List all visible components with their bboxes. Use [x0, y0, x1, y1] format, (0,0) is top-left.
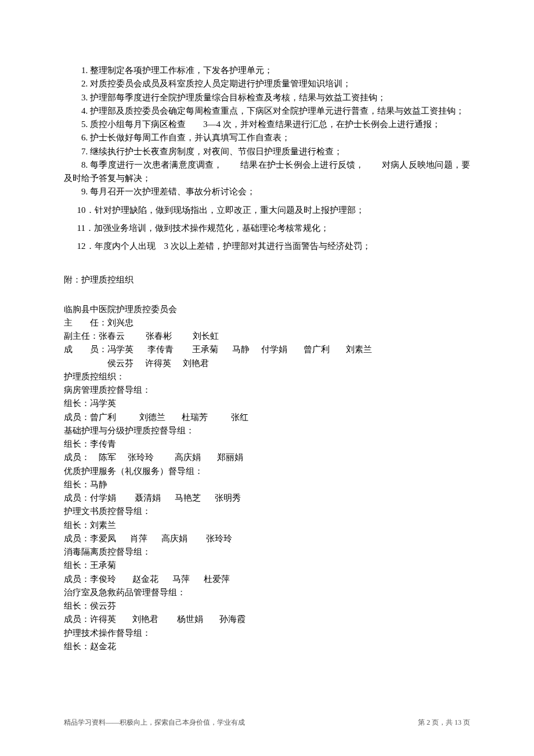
leader-name: 李传青	[90, 439, 116, 448]
leader-label: 组长：	[64, 560, 90, 570]
list-item: 12．年度内个人出现 3 次以上差错，护理部对其进行当面警告与经济处罚；	[64, 240, 470, 253]
members-label: 成员：	[64, 573, 90, 586]
person-name: 李传青	[147, 345, 174, 354]
person-name: 赵金花	[132, 573, 158, 586]
person-name: 张春云	[99, 331, 125, 341]
person-name: 曾广利	[304, 345, 330, 354]
group-leader-line: 组长：李传青	[64, 437, 470, 451]
footer-left: 精品学习资料——积极向上，探索自己本身价值，学业有成	[64, 717, 245, 728]
leader-label: 组长：	[64, 520, 90, 530]
group-title: 消毒隔离质控督导组：	[64, 545, 470, 559]
leader-name: 刘素兰	[90, 520, 116, 530]
person-name: 付学娟	[261, 345, 287, 354]
group-leader-line: 组长：王承菊	[64, 559, 470, 572]
person-name: 张红	[231, 411, 248, 424]
leader-label: 组长：	[64, 480, 90, 489]
person-name: 刘长虹	[193, 331, 219, 341]
members-label: 成员：	[64, 532, 90, 545]
person-name: 张春彬	[146, 331, 172, 341]
numbered-list: 1. 整理制定各项护理工作标准，下发各护理单元；2. 对质控委员会成员及科室质控…	[64, 64, 470, 258]
person-name: 李俊玲	[90, 573, 116, 586]
director-line: 主 任：刘兴忠	[64, 316, 470, 330]
list-item: 5. 质控小组每月下病区检查 3—4 次，并对检查结果进行汇总，在护士长例会上进…	[64, 118, 470, 131]
person-name: 杜爱萍	[204, 573, 230, 586]
person-name: 刘艳君	[132, 613, 158, 626]
person-name: 付学娟	[90, 491, 116, 505]
members-label: 成员：	[64, 613, 90, 626]
leader-name: 侯云芬	[90, 601, 116, 610]
person-name: 李爱凤	[90, 532, 116, 545]
person-name: 许得英	[145, 359, 171, 368]
member-names: 侯云芬许得英刘艳君	[107, 357, 209, 370]
person-name: 高庆娟	[175, 451, 201, 464]
attachment-label: 附：护理质控组织	[64, 273, 470, 287]
person-name: 王承菊	[192, 345, 218, 354]
list-item: 2. 对质控委员会成员及科室质控人员定期进行护理质量管理知识培训；	[64, 77, 470, 91]
person-name: 马艳芝	[175, 491, 201, 505]
members-label: 成 员：	[64, 343, 107, 356]
list-item: 3. 护理部每季度进行全院护理质量综合目标检查及考核，结果与效益工资挂钩；	[64, 91, 470, 104]
person-name: 刘艳君	[183, 359, 209, 368]
group-leader-line: 组长：赵金花	[64, 640, 470, 653]
leader-label: 组长：	[64, 642, 90, 651]
members-label: 成员：	[64, 411, 90, 424]
committee-title: 临朐县中医院护理质控委员会	[64, 303, 470, 316]
group-title: 基础护理与分级护理质控督导组：	[64, 424, 470, 437]
group-title: 治疗室及急救药品管理督导组：	[64, 586, 470, 599]
group-members-line: 成员：李俊玲赵金花马萍杜爱萍	[64, 573, 470, 586]
list-item: 4. 护理部及质控委员会确定每周检查重点，下病区对全院护理单元进行普查，结果与效…	[64, 104, 470, 118]
group-leader-line: 组长：侯云芬	[64, 599, 470, 613]
list-item: 9. 每月召开一次护理差错、事故分析讨论会；	[64, 185, 470, 198]
list-item: 7. 继续执行护士长夜查房制度，对夜间、节假日护理质量进行检查；	[64, 145, 470, 158]
group-title: 护理文书质控督导组：	[64, 505, 470, 518]
group-leader-line: 组长：刘素兰	[64, 519, 470, 532]
group-title: 优质护理服务（礼仪服务）督导组：	[64, 465, 470, 478]
deputy-label: 副主任：	[64, 330, 99, 343]
leader-name: 冯学英	[90, 399, 116, 408]
members-label: 成员：	[64, 451, 99, 464]
leader-name: 赵金花	[90, 642, 116, 651]
group-leader-line: 组长：冯学英	[64, 397, 470, 410]
person-name: 聂清娟	[135, 491, 161, 505]
page-footer: 精品学习资料——积极向上，探索自己本身价值，学业有成 第 2 页，共 13 页	[64, 717, 470, 728]
groups: 病房管理质控督导组：组长：冯学英成员：曾广利刘德兰杜瑞芳张红基础护理与分级护理质…	[64, 384, 470, 653]
group-title: 护理技术操作督导组：	[64, 627, 470, 640]
person-name: 刘德兰	[139, 411, 165, 424]
person-name: 高庆娟	[161, 532, 187, 545]
director-label: 主 任：	[64, 318, 107, 327]
person-name: 冯学英	[107, 345, 134, 354]
group-members-line: 成员：李爱凤肖萍高庆娟张玲玲	[64, 532, 470, 545]
leader-label: 组长：	[64, 601, 90, 610]
list-item: 6. 护士长做好每周工作自查，并认真填写工作自查表；	[64, 131, 470, 144]
person-name: 张玲玲	[128, 451, 154, 464]
list-item: 1. 整理制定各项护理工作标准，下发各护理单元；	[64, 64, 470, 77]
director-name: 刘兴忠	[107, 318, 134, 327]
person-name: 孙海霞	[219, 613, 246, 626]
person-name: 张明秀	[215, 491, 241, 505]
group-title: 病房管理质控督导组：	[64, 384, 470, 397]
person-name: 马静	[232, 345, 250, 354]
person-name: 杨世娟	[177, 613, 203, 626]
person-name: 杜瑞芳	[182, 411, 208, 424]
person-name: 曾广利	[90, 411, 116, 424]
group-members-line: 成员：许得英刘艳君杨世娟孙海霞	[64, 613, 470, 626]
member-names: 冯学英李传青王承菊马静付学娟曾广利刘素兰	[107, 343, 372, 356]
members-line-2: 侯云芬许得英刘艳君	[64, 357, 470, 370]
person-name: 许得英	[90, 613, 116, 626]
leader-label: 组长：	[64, 399, 90, 408]
leader-name: 王承菊	[90, 560, 116, 570]
list-item: 10．针对护理缺陷，做到现场指出，立即改正，重大问题及时上报护理部；	[64, 204, 470, 217]
deputy-line: 副主任： 张春云张春彬刘长虹	[64, 330, 470, 343]
leader-label: 组长：	[64, 439, 90, 448]
person-name: 陈军	[99, 451, 116, 464]
group-members-line: 成员：曾广利刘德兰杜瑞芳张红	[64, 411, 470, 424]
members-label: 成员：	[64, 491, 90, 505]
list-item: 8. 每季度进行一次患者满意度调查， 结果在护士长例会上进行反馈， 对病人反映地…	[64, 158, 470, 186]
group-members-line: 成员： 陈军张玲玲高庆娟郑丽娟	[64, 451, 470, 464]
person-name: 张玲玲	[206, 532, 232, 545]
list-item: 11．加强业务培训，做到技术操作规范化，基础理论考核常规化；	[64, 222, 470, 235]
person-name: 马萍	[172, 573, 190, 586]
person-name: 刘素兰	[346, 345, 372, 354]
person-name: 肖萍	[130, 532, 147, 545]
person-name: 侯云芬	[107, 359, 134, 368]
